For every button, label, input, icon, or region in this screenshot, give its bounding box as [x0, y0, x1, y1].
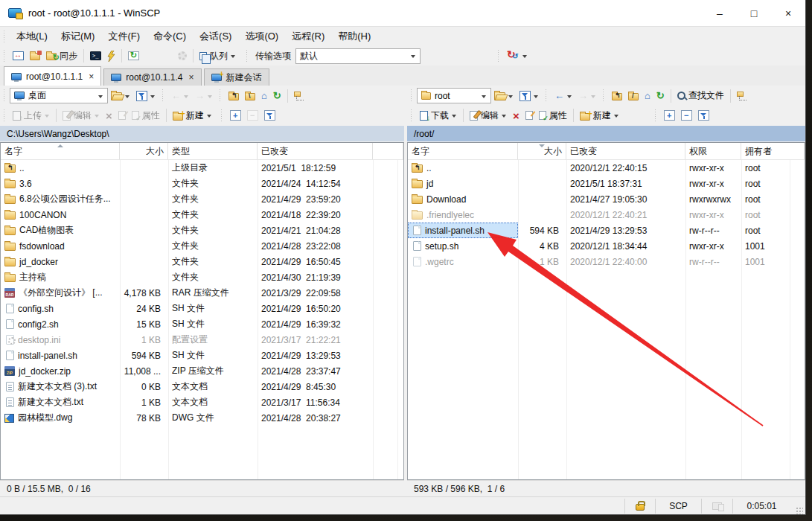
table-row[interactable]: 100CANON 文件夹 2021/4/18 22:39:20	[1, 207, 403, 223]
table-row[interactable]: install-panel.sh 594 KB 2021/4/29 13:29:…	[408, 223, 805, 238]
table-row[interactable]: config2.sh 15 KB SH 文件 2021/4/29 16:39:3…	[1, 316, 403, 332]
remote-edit-button[interactable]: 编辑	[467, 107, 510, 124]
remote-parent-directory-button[interactable]	[609, 88, 625, 104]
toolbar-grip[interactable]	[498, 50, 502, 62]
tab-session-1[interactable]: root@10.1.1.1 ×	[4, 66, 101, 86]
remote-filter-button[interactable]	[517, 88, 542, 104]
remote-select-same-button[interactable]	[695, 107, 712, 124]
remote-home-button[interactable]	[642, 88, 653, 104]
column-header-owner[interactable]: 拥有者	[741, 143, 805, 159]
remote-rename-button[interactable]	[522, 107, 536, 124]
toolbar-grip[interactable]	[546, 89, 549, 102]
download-button[interactable]: 下载	[417, 107, 460, 124]
toolbar-grip[interactable]	[4, 50, 7, 62]
execute-command-button[interactable]	[104, 48, 118, 64]
column-header-changed[interactable]: 已改变	[258, 143, 373, 159]
local-open-directory-button[interactable]	[108, 88, 133, 104]
remote-back-button[interactable]	[552, 88, 575, 104]
table-row[interactable]: jd 2021/5/1 18:37:31 rwxr-xr-x root	[408, 176, 805, 191]
table-row[interactable]: jd_docker 文件夹 2021/4/29 16:50:45	[1, 254, 403, 269]
explorer-view-button[interactable]	[27, 48, 43, 64]
remote-unselect-button[interactable]: −	[678, 107, 695, 124]
session-duration[interactable]: 0:05:01	[732, 499, 790, 514]
toolbar-grip[interactable]	[220, 89, 223, 102]
toolbar-grip[interactable]	[162, 89, 166, 102]
table-row[interactable]: jd_docker.zip 11,008 ... ZIP 压缩文件 2021/4…	[1, 363, 403, 379]
toolbar-grip[interactable]	[411, 109, 415, 121]
remote-forward-button[interactable]	[575, 88, 599, 104]
toolbar-grip[interactable]	[603, 89, 607, 102]
column-header-name[interactable]: 名字	[408, 143, 518, 159]
menu-item[interactable]: 会话(S)	[193, 27, 238, 46]
open-terminal-button[interactable]	[87, 48, 104, 64]
menu-item[interactable]: 命令(C)	[147, 27, 193, 46]
encryption-cell[interactable]	[624, 499, 655, 514]
resize-grip-icon[interactable]	[795, 506, 803, 514]
table-row[interactable]: 3.6 文件夹 2021/4/24 14:12:54	[1, 176, 403, 191]
local-unselect-button[interactable]: −	[244, 107, 261, 124]
table-row[interactable]: config.sh 24 KB SH 文件 2021/4/29 16:50:20	[1, 301, 403, 316]
table-row[interactable]: .. 2020/12/1 22:40:15 rwxr-xr-x root	[408, 160, 805, 176]
table-row[interactable]: 新建文本文档 (3).txt 0 KB 文本文档 2021/4/29 8:45:…	[1, 379, 403, 394]
menu-item[interactable]: 标记(M)	[54, 27, 102, 46]
table-row[interactable]: Download 2021/4/27 19:05:30 rwxrwxrwx ro…	[408, 191, 805, 207]
close-tab-icon[interactable]: ×	[89, 71, 94, 82]
menu-item[interactable]: 帮助(H)	[331, 27, 377, 46]
column-header-changed[interactable]: 已改变	[566, 143, 685, 159]
remote-tree-button[interactable]	[734, 88, 751, 104]
toolbar-grip[interactable]	[4, 89, 7, 102]
tab-new-session[interactable]: 新建会话	[204, 68, 269, 86]
table-row[interactable]: .friendlyelec 2020/12/1 22:40:21 rwxr-xr…	[408, 207, 805, 223]
transfer-settings-button[interactable]	[504, 48, 531, 64]
local-properties-button[interactable]: 属性	[129, 107, 163, 124]
toolbar-grip[interactable]	[4, 109, 7, 121]
toolbar-grip[interactable]	[655, 109, 659, 121]
table-row[interactable]: .. 上级目录 2021/5/1 18:12:59	[1, 160, 403, 176]
commander-view-button[interactable]	[10, 48, 27, 64]
local-filter-button[interactable]	[133, 88, 159, 104]
close-tab-icon[interactable]: ×	[188, 72, 194, 83]
upload-button[interactable]: 上传	[10, 107, 53, 124]
find-files-button[interactable]: 查找文件	[674, 88, 727, 104]
local-back-button[interactable]	[168, 88, 192, 104]
table-row[interactable]: fsdownload 文件夹 2021/4/28 23:22:08	[1, 238, 403, 254]
local-select-button[interactable]: +	[227, 107, 244, 124]
close-button[interactable]: ×	[771, 0, 805, 26]
remote-select-button[interactable]: +	[661, 107, 678, 124]
column-header-type[interactable]: 类型	[168, 143, 258, 159]
local-parent-directory-button[interactable]	[226, 88, 242, 104]
remote-properties-button[interactable]: 属性	[536, 107, 570, 124]
preferences-button[interactable]	[175, 48, 190, 64]
column-header-size[interactable]: 大小	[518, 143, 566, 159]
transfer-preset-select[interactable]: 默认	[295, 48, 421, 64]
table-row[interactable]: CAD植物图表 文件夹 2021/4/21 21:04:28	[1, 223, 403, 238]
menu-grip[interactable]	[4, 31, 7, 42]
menu-item[interactable]: 本地(L)	[10, 27, 54, 46]
remote-refresh-button[interactable]	[653, 88, 668, 104]
server-cell[interactable]	[701, 499, 732, 514]
synchronize-button[interactable]: 同步	[43, 48, 80, 64]
local-new-button[interactable]: 新建	[170, 107, 215, 124]
local-tree-button[interactable]	[291, 88, 308, 104]
table-row[interactable]: desktop.ini 1 KB 配置设置 2021/3/17 21:22:21	[1, 332, 403, 348]
tab-session-2[interactable]: root@10.1.1.4 ×	[103, 68, 201, 86]
remote-open-directory-button[interactable]	[491, 88, 517, 104]
local-refresh-button[interactable]	[270, 88, 284, 104]
toolbar-grip[interactable]	[246, 50, 250, 62]
toolbar-grip[interactable]	[411, 89, 415, 102]
remote-delete-button[interactable]: ×	[510, 107, 522, 124]
menu-item[interactable]: 文件(F)	[101, 27, 147, 46]
refresh-panels-button[interactable]	[125, 48, 142, 64]
table-row[interactable]: 6.8公顷公园设计任务... 文件夹 2021/4/29 23:59:20	[1, 191, 403, 207]
table-row[interactable]: install-panel.sh 594 KB SH 文件 2021/4/29 …	[1, 348, 403, 363]
minimize-button[interactable]: –	[703, 0, 737, 26]
table-row[interactable]: .wgetrc 1 KB 2020/12/1 22:40:00 rw-r--r-…	[408, 254, 805, 269]
table-row[interactable]: 园林模型.dwg 78 KB DWG 文件 2021/4/28 20:38:27	[1, 410, 403, 426]
table-row[interactable]: 新建文本文档.txt 1 KB 文本文档 2021/3/17 11:56:34	[1, 394, 403, 410]
local-rename-button[interactable]	[115, 107, 129, 124]
column-header-name[interactable]: 名字	[1, 143, 120, 159]
local-drive-select[interactable]: 桌面	[10, 88, 108, 103]
column-header-size[interactable]: 大小	[120, 143, 168, 159]
local-path-bar[interactable]: C:\Users\Wangz\Desktop\	[0, 126, 404, 141]
local-edit-button[interactable]: 编辑	[60, 107, 103, 124]
